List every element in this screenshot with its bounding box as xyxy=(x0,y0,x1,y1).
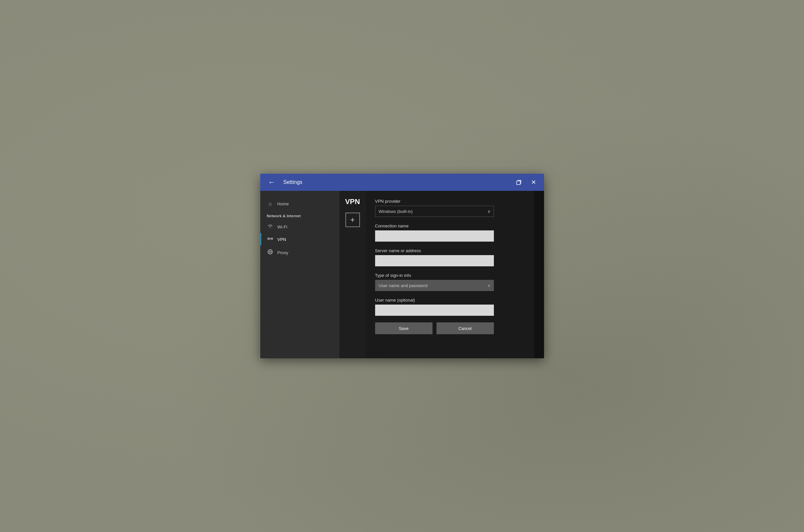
vpn-provider-field: VPN provider Windows (built-in) xyxy=(375,199,525,217)
server-name-field: Server name or address xyxy=(375,248,525,266)
username-field: User name (optional) xyxy=(375,298,525,316)
window-controls: ✕ xyxy=(513,177,539,187)
server-name-label: Server name or address xyxy=(375,248,525,253)
svg-rect-0 xyxy=(517,181,520,185)
sign-in-type-field: Type of sign-in info User name and passw… xyxy=(375,273,525,291)
titlebar: ← Settings ✕ xyxy=(260,174,544,191)
svg-point-2 xyxy=(271,238,273,240)
sign-in-type-select[interactable]: User name and password Certificate Smart… xyxy=(375,280,494,291)
add-vpn-button[interactable]: + xyxy=(345,213,360,227)
vpn-provider-select-wrapper: Windows (built-in) xyxy=(375,206,494,217)
cancel-button[interactable]: Cancel xyxy=(437,322,494,334)
vpn-page-title: VPN xyxy=(343,197,363,206)
restore-button[interactable] xyxy=(513,178,525,187)
form-buttons: Save Cancel xyxy=(375,322,494,334)
wifi-icon xyxy=(267,224,274,230)
sidebar: ⌂ Home Network & Internet Wi-Fi xyxy=(260,191,340,358)
proxy-icon xyxy=(267,249,274,256)
main-content: ⌂ Home Network & Internet Wi-Fi xyxy=(260,191,544,358)
sidebar-home-label: Home xyxy=(277,202,289,206)
svg-point-1 xyxy=(268,238,269,240)
server-name-input[interactable] xyxy=(375,255,494,266)
window-title: Settings xyxy=(284,179,513,185)
sidebar-item-home[interactable]: ⌂ Home xyxy=(260,197,340,210)
sign-in-type-select-wrapper: User name and password Certificate Smart… xyxy=(375,280,494,291)
close-button[interactable]: ✕ xyxy=(529,177,539,187)
sidebar-proxy-label: Proxy xyxy=(277,250,288,255)
sidebar-vpn-label: VPN xyxy=(277,237,286,242)
connection-name-input[interactable] xyxy=(375,230,494,242)
sidebar-item-vpn[interactable]: VPN xyxy=(260,233,340,246)
vpn-provider-label: VPN provider xyxy=(375,199,525,204)
connection-name-label: Connection name xyxy=(375,224,525,228)
middle-panel: VPN + xyxy=(340,191,366,358)
sign-in-type-label: Type of sign-in info xyxy=(375,273,525,278)
right-border-panel xyxy=(534,191,544,358)
back-button[interactable]: ← xyxy=(266,177,278,188)
connection-name-field: Connection name xyxy=(375,224,525,242)
sidebar-item-wifi[interactable]: Wi-Fi xyxy=(260,221,340,233)
add-vpn-form: VPN provider Windows (built-in) Connecti… xyxy=(366,191,534,358)
sidebar-wifi-label: Wi-Fi xyxy=(277,225,287,229)
settings-window: ← Settings ✕ ⌂ Home Network & Internet xyxy=(260,174,544,358)
username-label: User name (optional) xyxy=(375,298,525,303)
username-input[interactable] xyxy=(375,305,494,316)
vpn-icon xyxy=(267,236,274,242)
home-icon: ⌂ xyxy=(267,201,274,207)
sidebar-section-network: Network & Internet xyxy=(260,210,340,221)
vpn-provider-select[interactable]: Windows (built-in) xyxy=(375,206,494,217)
save-button[interactable]: Save xyxy=(375,322,433,334)
sidebar-item-proxy[interactable]: Proxy xyxy=(260,246,340,260)
